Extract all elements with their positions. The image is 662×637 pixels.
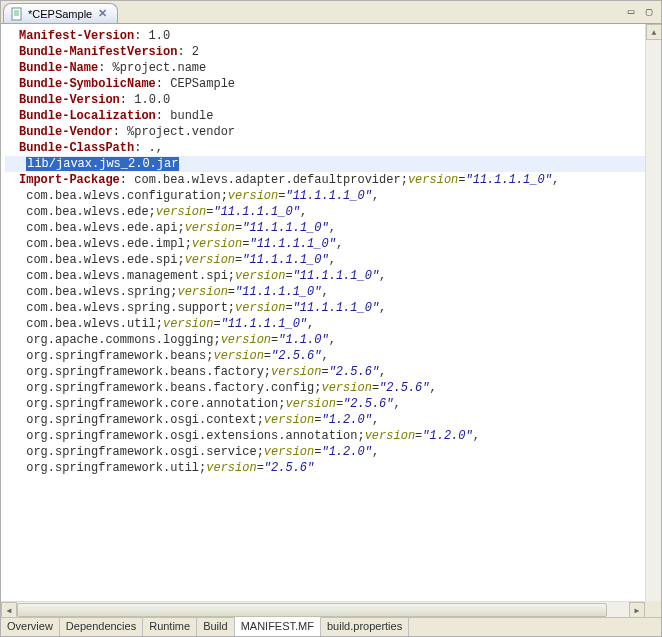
manifest-import-entry: org.springframework.beans.factory.config… — [5, 380, 645, 396]
scroll-thumb[interactable] — [17, 603, 607, 617]
manifest-header-line: Bundle-Localization: bundle — [5, 108, 645, 124]
manifest-header-line: Bundle-SymbolicName: CEPSample — [5, 76, 645, 92]
selected-text[interactable]: lib/javax.jws_2.0.jar — [26, 157, 179, 171]
scroll-left-icon[interactable]: ◀ — [1, 602, 17, 617]
manifest-import-entry: org.springframework.beans.factory;versio… — [5, 364, 645, 380]
tab-manifest-mf[interactable]: MANIFEST.MF — [235, 617, 321, 636]
manifest-classpath-line: Bundle-ClassPath: ., — [5, 140, 645, 156]
manifest-import-entry: com.bea.wlevs.util;version="11.1.1.1_0", — [5, 316, 645, 332]
tab-dependencies[interactable]: Dependencies — [60, 618, 143, 636]
manifest-import-entry: com.bea.wlevs.ede.impl;version="11.1.1.1… — [5, 236, 645, 252]
editor-tab[interactable]: *CEPSample ✕ — [3, 3, 118, 23]
manifest-header-line: Bundle-ManifestVersion: 2 — [5, 44, 645, 60]
scroll-corner — [645, 601, 661, 617]
tab-overview[interactable]: Overview — [1, 618, 60, 636]
editor-container: *CEPSample ✕ ▭ ▢ Manifest-Version: 1.0Bu… — [0, 0, 662, 637]
tab-bar-bottom: OverviewDependenciesRuntimeBuildMANIFEST… — [1, 617, 661, 636]
view-toolbar: ▭ ▢ — [623, 3, 657, 19]
manifest-import-entry: org.springframework.osgi.context;version… — [5, 412, 645, 428]
manifest-header-line: Bundle-Vendor: %project.vendor — [5, 124, 645, 140]
minimize-icon[interactable]: ▭ — [623, 3, 639, 19]
manifest-header-line: Manifest-Version: 1.0 — [5, 28, 645, 44]
manifest-import-entry: com.bea.wlevs.ede.spi;version="11.1.1.1_… — [5, 252, 645, 268]
maximize-icon[interactable]: ▢ — [641, 3, 657, 19]
manifest-import-entry: org.springframework.osgi.extensions.anno… — [5, 428, 645, 444]
horizontal-scrollbar[interactable]: ◀ ▶ — [1, 601, 645, 617]
vertical-scrollbar[interactable]: ▲ — [645, 24, 661, 601]
manifest-source-editor[interactable]: Manifest-Version: 1.0Bundle-ManifestVers… — [1, 24, 645, 601]
editor-body: Manifest-Version: 1.0Bundle-ManifestVers… — [1, 23, 661, 617]
close-icon[interactable]: ✕ — [96, 7, 109, 20]
tab-build-properties[interactable]: build.properties — [321, 618, 409, 636]
manifest-header-line: Bundle-Name: %project.name — [5, 60, 645, 76]
manifest-import-header: Import-Package: com.bea.wlevs.adapter.de… — [5, 172, 645, 188]
tab-runtime[interactable]: Runtime — [143, 618, 197, 636]
manifest-import-entry: org.springframework.beans;version="2.5.6… — [5, 348, 645, 364]
manifest-header-line: Bundle-Version: 1.0.0 — [5, 92, 645, 108]
scroll-up-icon[interactable]: ▲ — [646, 24, 661, 40]
manifest-file-icon — [10, 7, 24, 21]
manifest-import-entry: com.bea.wlevs.ede.api;version="11.1.1.1_… — [5, 220, 645, 236]
tab-bar-top: *CEPSample ✕ ▭ ▢ — [1, 1, 661, 23]
manifest-import-entry: com.bea.wlevs.spring;version="11.1.1.1_0… — [5, 284, 645, 300]
manifest-import-entry: com.bea.wlevs.management.spi;version="11… — [5, 268, 645, 284]
manifest-import-entry: org.springframework.core.annotation;vers… — [5, 396, 645, 412]
manifest-import-entry: com.bea.wlevs.ede;version="11.1.1.1_0", — [5, 204, 645, 220]
editor-tab-title: *CEPSample — [28, 8, 92, 20]
tab-build[interactable]: Build — [197, 618, 234, 636]
manifest-import-entry: org.springframework.util;version="2.5.6" — [5, 460, 645, 476]
svg-rect-0 — [12, 8, 21, 20]
manifest-import-entry: com.bea.wlevs.configuration;version="11.… — [5, 188, 645, 204]
manifest-import-entry: com.bea.wlevs.spring.support;version="11… — [5, 300, 645, 316]
manifest-import-entry: org.apache.commons.logging;version="1.1.… — [5, 332, 645, 348]
manifest-classpath-entry: lib/javax.jws_2.0.jar — [5, 156, 645, 172]
manifest-import-entry: org.springframework.osgi.service;version… — [5, 444, 645, 460]
scroll-right-icon[interactable]: ▶ — [629, 602, 645, 617]
